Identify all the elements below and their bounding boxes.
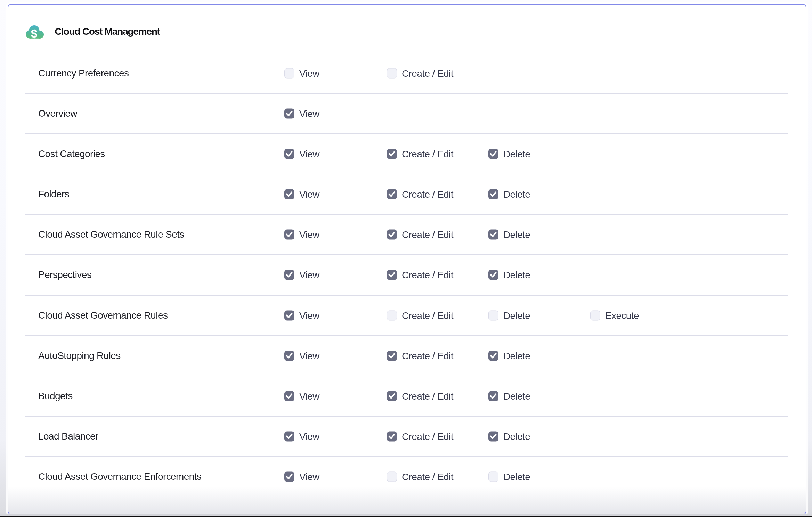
svg-text:$: $ [31,26,38,39]
